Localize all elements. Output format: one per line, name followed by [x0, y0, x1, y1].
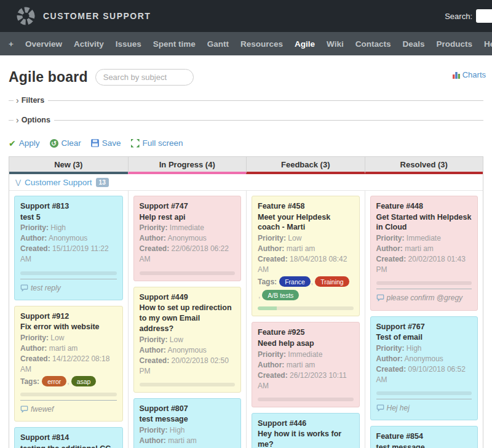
swimlane-customer-support: ⋁ Customer Support 13: [9, 174, 483, 191]
nav-item-deals[interactable]: Deals: [402, 39, 424, 49]
refresh-icon: ↺: [50, 139, 58, 148]
apply-button[interactable]: ✔ Apply: [9, 138, 40, 148]
divider: [54, 120, 483, 121]
nav-item-wiki[interactable]: Wiki: [327, 39, 344, 49]
issue-card[interactable]: Support #767Test of emailPriority: HighA…: [370, 316, 478, 421]
issue-id: Support #814: [20, 433, 117, 444]
filters-row: › Filters: [9, 95, 483, 105]
nav-item-add[interactable]: +: [9, 39, 14, 49]
app-logo-icon: [16, 6, 36, 26]
swimlane-link[interactable]: Customer Support: [25, 178, 92, 187]
nav-item-activity[interactable]: Activity: [74, 39, 104, 49]
field-label: Author:: [140, 436, 166, 445]
tag-separator: ,: [258, 291, 260, 300]
nav-item-products[interactable]: Products: [437, 39, 473, 49]
issue-card[interactable]: Support #814testing the additional CCPri…: [14, 427, 123, 448]
issue-card[interactable]: Support #807test messagePriority: HighAu…: [133, 398, 242, 448]
tag-asap[interactable]: asap: [71, 376, 97, 386]
issue-subject: test message: [376, 442, 472, 448]
issue-card[interactable]: Feature #854test messagePriority: HighAu…: [370, 426, 478, 448]
issue-created: Created: 18/04/2018 08:42 AM: [258, 254, 354, 275]
issue-priority: Priority: High: [20, 223, 117, 233]
field-value: Low: [50, 334, 64, 342]
field-label: Created:: [376, 365, 407, 374]
issue-card[interactable]: Feature #458Meet your Helpdesk coach - M…: [252, 196, 360, 316]
field-value: Low: [170, 335, 183, 344]
progress-bar: [20, 271, 117, 275]
issue-card[interactable]: Support #813test 5Priority: HighAuthor: …: [14, 196, 123, 300]
issue-id: Support #446: [258, 418, 354, 430]
column-header-in-progress[interactable]: In Progress (4): [128, 157, 247, 174]
charts-link[interactable]: Charts: [452, 70, 486, 79]
progress-bar: [258, 306, 354, 310]
issue-created: Created: 09/10/2018 06:52 AM: [376, 364, 472, 385]
subject-search-input[interactable]: [95, 69, 194, 86]
apply-label: Apply: [19, 138, 40, 148]
field-label: Priority:: [20, 223, 49, 232]
issue-tags: Tags:France,Training,A/B tests: [258, 276, 354, 300]
field-value: Anonymous: [405, 354, 443, 363]
nav-item-contacts[interactable]: Contacts: [355, 39, 391, 49]
column-header-resolved[interactable]: Resolved (3): [365, 157, 483, 174]
issue-priority: Priority: Low: [258, 233, 354, 244]
nav-item-help-support[interactable]: Help & Support: [484, 39, 492, 49]
issue-priority: Priority: High: [376, 343, 472, 354]
fullscreen-button[interactable]: Full screen: [131, 138, 183, 148]
nav-item-issues[interactable]: Issues: [116, 39, 141, 49]
clear-button[interactable]: ↺ Clear: [50, 138, 81, 148]
nav-item-gantt[interactable]: Gantt: [207, 39, 229, 49]
nav-item-agile[interactable]: Agile: [295, 39, 315, 49]
issue-priority: Priority: Immediate: [258, 350, 354, 360]
issue-subject: Need help asap: [258, 338, 354, 349]
field-value: marti am: [49, 344, 78, 353]
top-search-label: Search:: [445, 12, 472, 21]
field-label: Created:: [376, 255, 407, 263]
tag-separator: ,: [311, 278, 313, 286]
issue-id: Support #449: [140, 292, 236, 303]
comment-bubble-icon: [376, 404, 384, 414]
issue-subject: Test of email: [376, 332, 472, 343]
board-column: Feature #448Get Started with Helpdesk in…: [365, 191, 483, 448]
issue-card[interactable]: Support #747Help rest apiPriority: Immed…: [133, 196, 242, 281]
issue-created: Created: 20/02/2018 01:43 PM: [376, 254, 472, 275]
issue-card[interactable]: Support #449How to set up redirection to…: [133, 287, 242, 393]
board-column: Feature #458Meet your Helpdesk coach - M…: [246, 191, 365, 448]
chevron-down-icon[interactable]: ⋁: [15, 178, 21, 186]
tag-training[interactable]: Training: [315, 276, 349, 287]
top-bar: CUSTOMER SUPPORT Search:: [0, 0, 492, 32]
tag-error[interactable]: error: [42, 376, 66, 386]
nav-item-resources[interactable]: Resources: [240, 39, 283, 49]
issue-card[interactable]: Support #912Fix error with websitePriori…: [14, 306, 123, 422]
options-toggle[interactable]: Options: [22, 116, 50, 124]
page-title: Agile board: [9, 69, 88, 86]
issue-created: Created: 14/12/2022 08:18 AM: [20, 354, 117, 375]
issue-subject: test 5: [20, 212, 117, 223]
field-label: Created:: [258, 255, 288, 263]
chevron-right-icon[interactable]: ›: [16, 116, 19, 124]
field-value: High: [50, 223, 66, 232]
field-value: marti am: [287, 244, 315, 253]
progress-bar: [140, 271, 236, 275]
filters-toggle[interactable]: Filters: [22, 96, 45, 105]
issue-subject: Meet your Helpdesk coach - Marti: [258, 212, 354, 233]
progress-bar: [140, 383, 236, 386]
issue-card[interactable]: Feature #925Need help asapPriority: Imme…: [252, 322, 360, 407]
issue-subject: testing the additional CC: [20, 444, 117, 448]
issue-subject: test message: [140, 414, 236, 425]
column-header-new[interactable]: New (3): [9, 157, 128, 174]
column-header-feedback[interactable]: Feedback (3): [246, 157, 365, 174]
field-label: Created:: [20, 244, 50, 253]
chevron-right-icon[interactable]: ›: [16, 96, 19, 105]
issue-priority: Priority: High: [140, 425, 236, 436]
field-label: Author:: [376, 244, 403, 253]
tag-a-b-tests[interactable]: A/B tests: [262, 290, 299, 300]
issue-card[interactable]: Support #446Hey how it is works for me?P…: [252, 413, 360, 448]
nav-item-overview[interactable]: Overview: [25, 39, 62, 49]
issue-card[interactable]: Feature #448Get Started with Helpdesk in…: [370, 196, 478, 311]
top-search-input[interactable]: [476, 9, 492, 23]
nav-item-spent-time[interactable]: Spent time: [153, 39, 196, 49]
tag-france[interactable]: France: [279, 276, 311, 287]
comment-bubble-icon: [20, 284, 28, 294]
bar-chart-icon: [452, 71, 461, 79]
save-button[interactable]: Save: [91, 138, 121, 148]
